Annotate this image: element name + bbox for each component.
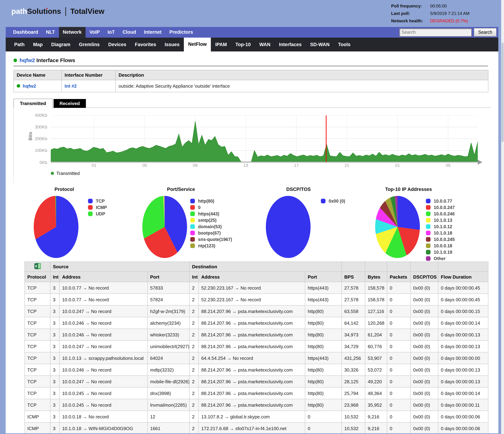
pie-title-port-service: Port/Service [167,187,195,192]
group-header-blank [365,262,387,272]
legend-item-smtp-25: smtp(25) [190,217,232,224]
legend-label: http(80) [198,199,214,204]
subnav-item-top-10[interactable]: Top-10 [231,38,255,52]
nav-item-voip[interactable]: VoIP [86,27,104,38]
x-tick-label: 21 [345,163,350,168]
nav-item-predictors[interactable]: Predictors [165,27,197,38]
legend-item-10-1-0-18: 10.1.0.18 [426,230,455,236]
subnav-item-path[interactable]: Path [10,38,29,52]
nav-item-network[interactable]: Network [59,27,86,38]
nav-item-iot[interactable]: IoT [104,27,119,38]
group-header-blank [411,262,438,272]
legend-item-10-0-0-77: 10.0.0.77 [426,198,455,204]
logo-solutions: Solutıons [27,7,61,15]
network-health-value: DEGRADED (0.7%) [430,18,496,23]
y-tick-label: 200Kb [22,136,47,141]
nav-item-nlt[interactable]: NLT [42,27,59,38]
legend-item-https-443: https(443) [190,211,232,217]
search-button[interactable]: Search [474,28,496,36]
legend-swatch-transmitted [51,172,54,175]
interface-number-link[interactable]: Int #2 [65,83,77,89]
subnav-item-diagram[interactable]: Diagram [47,38,75,52]
legend-swatch [426,256,431,261]
legend-label: sns-quote(1967) [198,237,232,242]
subnav-item-devices[interactable]: Devices [104,38,131,52]
legend-item-10-1-0-12: 10.1.0.12 [426,224,455,230]
flow-row: TCP310.0.0.246 → No recordwhisker(3233)2… [25,329,488,340]
subnav-item-ipam[interactable]: IPAM [211,38,231,52]
subnav-item-favorites[interactable]: Favorites [131,38,161,52]
legend-label: 10.0.0.245 [434,237,455,242]
tab-received[interactable]: Received [54,99,86,108]
flow-row: TCP310.0.0.77 → No record57833252.230.22… [25,282,488,294]
title-divider [13,66,488,66]
subnav-item-issues[interactable]: Issues [161,38,184,52]
throughput-area-chart [51,115,483,166]
flow-row: TCP310.0.0.246 → No recordalchemy(3234)2… [25,317,488,329]
subnav-item-wan[interactable]: WAN [255,38,275,52]
legend-item-udp: UDP [88,211,107,217]
logo-red-dot [46,8,48,9]
device-link[interactable]: hqfw2 [19,57,35,63]
svg-text:X: X [35,264,37,268]
last-poll-label: Last poll: [391,11,430,16]
tab-transmitted[interactable]: Transmitted [13,99,52,108]
excel-export-icon[interactable]: X [25,262,50,272]
legend-label: UDP [96,212,105,216]
legend-item-ntp-123: ntp(123) [190,243,232,249]
scrollbar-track[interactable] [501,0,504,434]
content-frame: DashboardNLTNetworkVoIPIoTCloudInternetP… [6,27,498,433]
flow-row: TCP310.0.0.245 → No recorddnx(3998)288.2… [25,387,488,399]
poll-status-panel: Poll frequency: 00:05:00 Last poll: 5/9/… [391,4,496,23]
x-tick-label: 05 [446,163,450,168]
legend-label: https(443) [198,212,219,216]
device-status-icon [13,59,17,62]
x-tick-label: 09 [193,163,198,168]
legend-item-10-1-0-19: 10.1.0.19 [426,249,455,256]
legend-swatch [426,212,431,216]
scrollbar-thumb[interactable] [502,43,504,142]
device-table-header-interface: Interface Number [62,70,116,80]
x-tick-label: 01 [92,163,97,168]
legend-label: bootps(67) [198,231,221,236]
legend-swatch [190,212,195,216]
subnav-item-sd-wan[interactable]: SD-WAN [306,38,334,52]
legend-item-10-0-0-246: 10.0.0.246 [426,211,455,217]
legend-label: 10.1.0.12 [434,224,452,229]
legend-item-other: Other [426,256,455,262]
throughput-chart-panel: Bits 0Kb100Kb200Kb300Kb400Kb010509131721… [13,107,491,183]
pie-chart-dscp-tos [266,196,311,258]
subnav-item-gremlins[interactable]: Gremlins [75,38,104,52]
nav-search-area: Search [399,27,498,38]
subnav-item-interfaces[interactable]: Interfaces [275,38,306,52]
column-header-int-dest: Int [189,272,198,282]
primary-nav-items: DashboardNLTNetworkVoIPIoTCloudInternetP… [9,27,197,38]
legend-swatch [426,205,431,210]
legend-label: 10.1.0.18 [434,231,452,236]
subnav-item-map[interactable]: Map [29,38,47,52]
flow-row: TCP310.0.0.77 → No record57824252.230.22… [25,294,488,305]
nav-item-internet[interactable]: Internet [140,27,165,38]
legend-swatch [426,243,431,248]
nav-item-cloud[interactable]: Cloud [119,27,140,38]
legend-label: 10.1.0.19 [434,250,452,255]
pathsolutions-logo: pathSolutıonsTotalView [11,7,104,16]
pie-chart-protocol [34,196,78,258]
flow-row: ICMP310.1.0.18 → WIN-MGIO4D0G9OG16612172… [25,423,488,433]
group-header-source: Source [50,262,189,272]
totalview-app: pathSolutıonsTotalView Poll frequency: 0… [0,0,504,434]
pie-title-top-10-ip-addresses: Top-10 IP Addresses [385,187,432,192]
subnav-item-tools[interactable]: Tools [334,38,355,52]
y-tick-label: 400Kb [22,113,47,118]
flow-row: TCP310.1.0.13 → scrappy.pathsolutions.lo… [25,352,488,364]
pie-legend-top-10-ip-addresses: 10.0.0.7710.0.0.24710.0.0.24610.1.0.1310… [426,198,455,262]
legend-swatch [88,205,93,210]
device-name-link[interactable]: hqfw2 [23,83,36,89]
group-header-destination: Destination [189,262,342,272]
nav-item-dashboard[interactable]: Dashboard [9,27,42,38]
pie-legend-dscp-tos: 0x00 (0) [321,198,345,204]
pie-title-dscp-tos: DSCP/TOS [286,187,311,192]
device-table-header-device: Device Name [14,70,62,80]
search-input[interactable] [399,28,472,36]
subnav-item-netflow[interactable]: NetFlow [184,36,211,52]
